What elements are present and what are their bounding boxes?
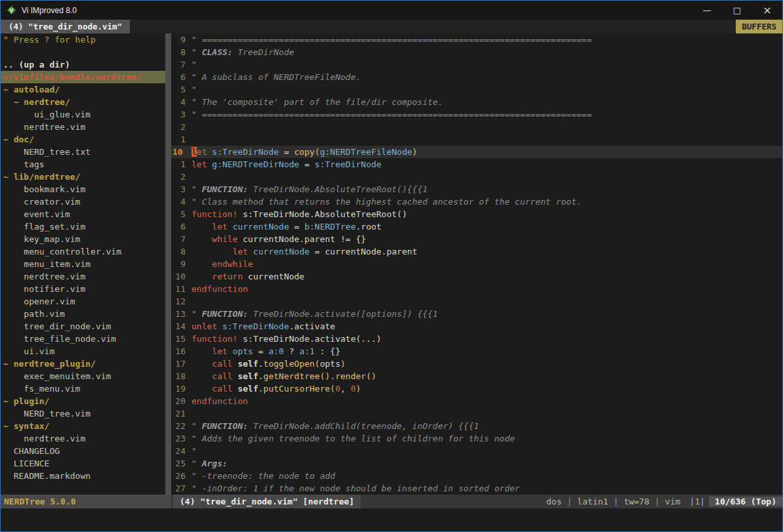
code-line[interactable]: 3" =====================================… (171, 108, 782, 121)
code-line[interactable]: 18 call self.getNerdtree().render() (171, 370, 782, 382)
tree-line[interactable]: tree_dir_node.vim (1, 320, 165, 333)
code-line[interactable]: 5function! s:TreeDirNode.AbsoluteTreeRoo… (171, 208, 782, 220)
minimize-button[interactable]: — (692, 1, 722, 20)
code-line[interactable]: 4" The 'composite' part of the file/dir … (171, 96, 782, 108)
code-line[interactable]: 15function! s:TreeDirNode.activate(...) (171, 333, 782, 345)
tree-line[interactable]: ~ doc/ (1, 133, 165, 146)
code-line[interactable]: 4" Class method that returns the highest… (171, 195, 782, 208)
tree-line[interactable]: ui.vim (1, 345, 165, 358)
code-line[interactable]: 26" -treenode: the node to add (171, 470, 782, 482)
tree-line[interactable]: ~ autoload/ (1, 83, 165, 96)
tree-line[interactable]: menu_item.vim (1, 258, 165, 270)
tree-line[interactable]: ~ nerdtree/ (1, 96, 165, 108)
code-line[interactable]: 23" Adds the given treenode to the list … (171, 432, 782, 445)
code-line[interactable]: 6 let currentNode = b:NERDTree.root (171, 220, 782, 233)
code-line[interactable]: 17 call self.toggleOpen(opts) (171, 358, 782, 370)
close-button[interactable]: × (752, 1, 782, 20)
tree-line[interactable]: event.vim (1, 208, 165, 220)
code-line[interactable]: 10let s:TreeDirNode = copy(g:NERDTreeFil… (171, 146, 782, 158)
tree-line[interactable]: ~ lib/nerdtree/ (1, 171, 165, 183)
buffers-label[interactable]: BUFFERS (736, 20, 782, 33)
code-line[interactable]: 11endfunction (171, 283, 782, 295)
code-line[interactable]: 2 (171, 171, 782, 183)
code-line[interactable]: 20endfunction (171, 395, 782, 407)
code-line[interactable]: 2 (171, 121, 782, 133)
maximize-button[interactable]: □ (722, 1, 752, 20)
code-line[interactable]: 27" -inOrder: 1 if the new node should b… (171, 482, 782, 495)
tree-line[interactable]: nerdtree.vim (1, 270, 165, 283)
command-line[interactable] (1, 508, 782, 531)
tree-line[interactable]: path.vim (1, 308, 165, 320)
tree-line[interactable]: notifier.vim (1, 283, 165, 295)
code-line[interactable]: 7" (171, 58, 782, 71)
tree-line[interactable]: ui_glue.vim (1, 108, 165, 121)
code-line[interactable]: 3" FUNCTION: TreeDirNode.AbsoluteTreeRoo… (171, 183, 782, 195)
tree-line[interactable]: nerdtree.vim (1, 432, 165, 445)
tree-line[interactable]: README.markdown (1, 470, 165, 482)
code-text: call self.putCursorHere(0, 0) (191, 382, 361, 395)
line-number: 15 (171, 333, 186, 345)
tree-line[interactable]: bookmark.vim (1, 183, 165, 195)
code-text: function! s:TreeDirNode.AbsoluteTreeRoot… (191, 208, 407, 220)
tree-line[interactable]: exec_menuitem.vim (1, 370, 165, 382)
code-line[interactable]: 16 let opts = a:0 ? a:1 : {} (171, 345, 782, 358)
tree-root-line[interactable]: </vimfiles/bundle/nerdtree/ (1, 71, 165, 83)
code-line[interactable]: 7 while currentNode.parent != {} (171, 233, 782, 245)
code-line[interactable]: 22" FUNCTION: TreeDirNode.addChild(treen… (171, 420, 782, 432)
line-number: 9 (171, 258, 186, 270)
tree-line[interactable]: flag_set.vim (1, 220, 165, 233)
code-line[interactable]: 6" A subclass of NERDTreeFileNode. (171, 71, 782, 83)
line-number: 24 (171, 445, 186, 457)
code-line[interactable]: 13" FUNCTION: TreeDirNode.activate([opti… (171, 308, 782, 320)
vertical-split-separator[interactable] (165, 33, 171, 495)
line-number: 11 (171, 283, 186, 295)
tree-line[interactable]: tags (1, 158, 165, 171)
tree-line[interactable]: .. (up a dir) (1, 58, 165, 71)
code-line[interactable]: 8" CLASS: TreeDirNode (171, 46, 782, 58)
tree-line[interactable]: LICENCE (1, 457, 165, 470)
tree-line[interactable]: NERD_tree.txt (1, 146, 165, 158)
line-number: 20 (171, 395, 186, 407)
tree-line[interactable]: ~ syntax/ (1, 420, 165, 432)
line-number: 23 (171, 432, 186, 445)
code-text: " ======================================… (191, 108, 592, 121)
line-number: 3 (171, 108, 186, 121)
code-text: " The 'composite' part of the file/dir c… (191, 96, 443, 108)
tree-line[interactable]: fs_menu.vim (1, 382, 165, 395)
code-line[interactable]: 25" Args: (171, 457, 782, 470)
vim-icon (7, 5, 16, 15)
code-line[interactable]: 5" (171, 83, 782, 96)
line-number: 9 (171, 33, 186, 46)
tree-line[interactable]: ~ nerdtree_plugin/ (1, 358, 165, 370)
code-text: let opts = a:0 ? a:1 : {} (191, 345, 340, 358)
code-line[interactable]: 21 (171, 407, 782, 420)
code-line[interactable]: 14unlet s:TreeDirNode.activate (171, 320, 782, 333)
tree-line[interactable]: " Press ? for help (1, 33, 165, 46)
tree-line[interactable]: ~ plugin/ (1, 395, 165, 407)
line-number: 12 (171, 295, 186, 308)
code-line[interactable]: 10 return currentNode (171, 270, 782, 283)
tree-line[interactable]: CHANGELOG (1, 445, 165, 457)
code-line[interactable]: 24" (171, 445, 782, 457)
tree-line[interactable]: creator.vim (1, 195, 165, 208)
code-line[interactable]: 12 (171, 295, 782, 308)
tree-line[interactable]: NERD_tree.vim (1, 407, 165, 420)
code-line[interactable]: 9 endwhile (171, 258, 782, 270)
code-line[interactable]: 9" =====================================… (171, 33, 782, 46)
code-text: endwhile (191, 258, 253, 270)
tree-line[interactable]: nerdtree.vim (1, 121, 165, 133)
tree-line[interactable]: key_map.vim (1, 233, 165, 245)
window-controls: — □ × (692, 1, 782, 20)
line-number: 22 (171, 420, 186, 432)
tree-line[interactable]: tree_file_node.vim (1, 333, 165, 345)
code-line[interactable]: 1let g:NERDTreeDirNode = s:TreeDirNode (171, 158, 782, 171)
tree-line[interactable]: menu_controller.vim (1, 245, 165, 258)
tree-line[interactable]: opener.vim (1, 295, 165, 308)
active-buffer-tab[interactable]: (4) "tree_dir_node.vim" (1, 20, 130, 33)
code-line[interactable]: 19 call self.putCursorHere(0, 0) (171, 382, 782, 395)
editor-lines: 9" =====================================… (171, 33, 782, 495)
main-area: " Press ? for help.. (up a dir)</vimfile… (1, 33, 782, 495)
code-line[interactable]: 1 (171, 133, 782, 146)
code-line[interactable]: 8 let currentNode = currentNode.parent (171, 245, 782, 258)
line-number: 8 (171, 46, 186, 58)
